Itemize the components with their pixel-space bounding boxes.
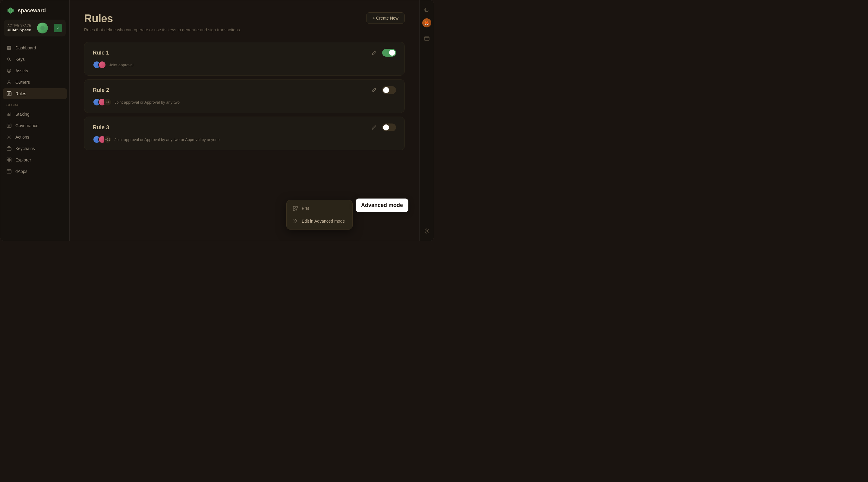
space-avatar [37, 23, 48, 33]
assets-icon [6, 68, 12, 73]
keychains-icon [6, 146, 12, 151]
svg-rect-14 [9, 160, 11, 162]
active-space-panel[interactable]: Active Space #1345 Space [4, 20, 66, 36]
svg-rect-13 [7, 160, 9, 162]
context-menu: Edit Edit in Advanced mode [286, 200, 352, 230]
explorer-icon [6, 157, 12, 163]
rule-2-name: Rule 2 [93, 87, 109, 93]
rule-3-toggle[interactable] [382, 124, 396, 131]
svg-rect-11 [7, 158, 9, 160]
svg-point-0 [40, 26, 44, 30]
context-menu-edit-label: Edit [302, 206, 309, 211]
rule-1-avatars [93, 61, 104, 69]
rule-card-2: Rule 2 +4 [84, 79, 405, 113]
page-header: Rules + Create New [84, 12, 405, 25]
svg-rect-1 [7, 46, 9, 47]
edit-grid-icon [293, 206, 298, 211]
right-sidebar-wallet-icon[interactable] [422, 33, 432, 43]
svg-rect-4 [9, 48, 11, 50]
governance-label: Governance [16, 123, 38, 128]
rules-icon [6, 91, 12, 96]
owners-label: Owners [16, 80, 30, 85]
create-new-button[interactable]: + Create New [366, 12, 405, 24]
rule-3-name: Rule 3 [93, 124, 109, 131]
rule-card-3: Rule 3 +11 [84, 117, 405, 150]
logo-area: spaceward [0, 0, 69, 20]
svg-point-22 [427, 38, 428, 39]
svg-rect-20 [293, 209, 295, 211]
pencil-icon [371, 125, 377, 130]
rule-1-controls [370, 49, 396, 57]
right-sidebar-user-avatar[interactable]: 🦊 [422, 19, 431, 27]
rule-2-controls [370, 86, 396, 94]
rule-3-edit-button[interactable] [370, 124, 378, 131]
main-content: Rules + Create New Rules that define who… [70, 0, 419, 241]
sidebar-item-keys[interactable]: Keys [3, 54, 67, 65]
rule-2-extra-count: +4 [104, 98, 112, 106]
sidebar-item-staking[interactable]: Staking [3, 109, 67, 120]
sidebar-item-actions[interactable]: Actions [3, 132, 67, 142]
sidebar-item-explorer[interactable]: Explorer [3, 155, 67, 165]
rule-2-toggle[interactable] [382, 86, 396, 94]
rule-card-1: Rule 1 Joint app [84, 42, 405, 75]
active-space-name: #1345 Space [7, 28, 31, 32]
page-subtitle: Rules that define who can operate or use… [84, 27, 405, 32]
expand-space-button[interactable] [54, 24, 62, 32]
right-sidebar-bottom [422, 226, 432, 236]
sidebar-item-dashboard[interactable]: Dashboard [3, 42, 67, 53]
rules-list: Rule 1 Joint app [84, 42, 405, 150]
sidebar-item-keychains[interactable]: Keychains [3, 143, 67, 154]
keychains-label: Keychains [16, 146, 35, 151]
create-new-label: + Create New [373, 16, 398, 21]
svg-rect-12 [9, 158, 11, 160]
rule-2-info: +4 Joint approval or Approval by any two [93, 98, 396, 106]
rule-1-toggle[interactable] [382, 49, 396, 57]
context-menu-edit[interactable]: Edit [288, 202, 350, 215]
dashboard-label: Dashboard [16, 45, 36, 50]
svg-point-16 [7, 170, 8, 170]
active-space-label: Active Space [7, 24, 31, 27]
sidebar-item-governance[interactable]: Governance [3, 120, 67, 131]
context-menu-edit-advanced-label: Edit in Advanced mode [302, 219, 345, 224]
pencil-icon [371, 87, 377, 93]
rule-3-controls [370, 124, 396, 131]
rule-2-avatars: +4 [93, 98, 109, 106]
rule-3-header: Rule 3 [93, 124, 396, 131]
spaceward-logo-icon [6, 6, 15, 15]
nav-section: Dashboard Keys Assets [0, 41, 69, 241]
active-space-info: Active Space #1345 Space [7, 24, 31, 32]
sidebar-item-dapps[interactable]: dApps [3, 166, 67, 177]
sidebar-item-owners[interactable]: Owners [3, 77, 67, 88]
context-menu-edit-advanced[interactable]: Edit in Advanced mode [288, 215, 350, 227]
rule-2-description: Joint approval or Approval by any two [115, 100, 180, 104]
rule-2-header: Rule 2 [93, 86, 396, 94]
actions-label: Actions [16, 135, 29, 139]
keys-label: Keys [16, 57, 25, 62]
svg-rect-10 [7, 148, 11, 150]
explorer-label: Explorer [16, 158, 31, 162]
rule-2-edit-button[interactable] [370, 86, 378, 94]
rule-1-edit-button[interactable] [370, 49, 378, 57]
dashboard-icon [6, 45, 12, 51]
owners-icon [6, 79, 12, 85]
dapps-icon [6, 169, 12, 174]
sidebar-item-rules[interactable]: Rules [3, 88, 67, 99]
rule-3-extra-count: +11 [104, 135, 112, 143]
staking-label: Staking [16, 112, 30, 117]
svg-rect-21 [424, 37, 429, 40]
rule-1-header: Rule 1 [93, 49, 396, 57]
staking-icon [6, 111, 12, 117]
rule-1-info: Joint approval [93, 61, 396, 69]
svg-rect-18 [293, 206, 295, 208]
sidebar: spaceward Active Space #1345 Space [0, 0, 70, 241]
rule-3-description: Joint approval or Approval by any two or… [115, 137, 220, 142]
page-title: Rules [84, 12, 113, 25]
global-section-label: Global [3, 100, 67, 109]
svg-point-5 [7, 58, 10, 60]
app-container: spaceward Active Space #1345 Space [0, 0, 434, 241]
svg-point-23 [426, 230, 428, 232]
right-sidebar-settings-icon[interactable] [422, 226, 432, 236]
sidebar-item-assets[interactable]: Assets [3, 65, 67, 76]
right-sidebar-moon-icon[interactable] [422, 5, 432, 15]
right-sidebar: 🦊 [419, 0, 434, 241]
